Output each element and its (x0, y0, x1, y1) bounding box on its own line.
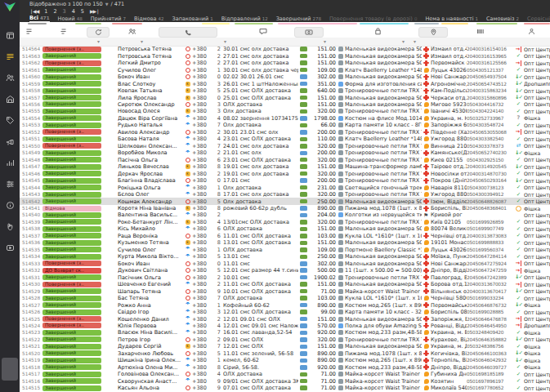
table-row[interactable]: 514562 Повернення (з.. Легкий Дмитро +38… (20, 60, 550, 66)
customer-name[interactable]: Кісь Михайло (118, 225, 183, 232)
phone-number[interactable]: +380 (192, 136, 212, 142)
tracking-number[interactable]: 20450652740230 (467, 150, 513, 155)
status-badge[interactable]: Повернення (з.. (42, 60, 101, 66)
status-badge[interactable]: Повернення (з.. (42, 316, 101, 322)
customer-name[interactable]: Авилов Александр (118, 129, 183, 136)
page-button-1[interactable]: 1 (44, 8, 47, 15)
filter-caret-icon[interactable] (97, 38, 100, 44)
order-note[interactable]: 10.01 смс ОЛХ доставка (223, 288, 298, 295)
status-badge[interactable]: Завершений (42, 350, 101, 356)
delivery-status-icon[interactable] (516, 268, 521, 274)
table-row[interactable]: 514533 Повернення (з.. Бокоч Иван +380 0… (20, 261, 550, 267)
delivery-status-icon[interactable] (516, 323, 521, 328)
product-cell[interactable]: Маленькая видеокамера SQ8 *... (338, 261, 422, 267)
delivery-city[interactable]: Тернопіль, Відд... (431, 357, 467, 363)
delivery-status-icon[interactable] (516, 226, 521, 232)
product-cell[interactable]: Тренировочные петли TRX Train... (338, 143, 422, 149)
customer-name[interactable]: Благінна Владіслава (118, 177, 183, 184)
table-row[interactable]: 514551 Завершений Басова Наталя +380 4 2… (20, 136, 550, 142)
tracking-column-icon[interactable] (474, 27, 487, 36)
customer-name[interactable]: Дукович Світлана (118, 267, 183, 274)
sidebar-item-price-tags[interactable] (0, 109, 20, 131)
delivery-city[interactable]: Курахове, Відді... (431, 336, 467, 343)
delivery-status-icon[interactable] (515, 350, 522, 356)
table-row[interactable]: 514537 Завершений Раца Вероніка +380 6 1… (20, 233, 550, 239)
delivery-status-icon[interactable] (516, 240, 521, 246)
tracking-number[interactable]: 20400316125566 (467, 60, 513, 65)
status-badge[interactable]: Завершений (42, 157, 101, 163)
product-cell[interactable]: Маленькая видеокамера SQ8 *... (338, 53, 422, 60)
customer-name[interactable]: Рудько Наталья (118, 122, 183, 128)
table-row[interactable]: 514563 Завершений Петровська Тетяна +380… (20, 52, 550, 59)
customer-name[interactable]: Валентина Васильє... (118, 212, 183, 218)
order-note[interactable]: 23.01 смс ОЛХ доставка (223, 136, 298, 142)
status-badge[interactable]: Завершений (42, 164, 101, 170)
order-note[interactable]: Олх доставка (223, 185, 298, 191)
tracking-number[interactable]: 20450646039727 (467, 365, 513, 370)
order-note[interactable]: 11.01 смс зелений, 56-58 (223, 350, 298, 357)
product-cell[interactable]: Тренировочные петли TRX Train... (338, 191, 422, 198)
tracking-number[interactable]: 20400315863234 (467, 88, 513, 93)
refresh-icon[interactable] (87, 27, 110, 38)
delivery-status-icon[interactable] (516, 47, 521, 52)
customer-name[interactable]: Шелковин Олексан... (118, 143, 183, 149)
tracking-number[interactable]: 20450647284114 (467, 254, 513, 259)
tracking-number[interactable]: 20400316154016 (467, 47, 513, 51)
tracking-number[interactable]: 0504303382540 (467, 136, 513, 141)
phone-number[interactable]: +380 (192, 149, 212, 156)
table-row[interactable]: 514529 Завершений Шапарь Тетяна +380 9 1… (20, 287, 550, 294)
delivery-city[interactable]: Ужгород 88015 (431, 136, 467, 142)
delivery-status-icon[interactable] (516, 198, 521, 204)
delivery-city[interactable]: Агрономічне, Ві... (431, 81, 467, 87)
tracking-number[interactable]: 0503252733967 (467, 116, 513, 121)
location-column-icon[interactable] (418, 27, 448, 38)
customer-name[interactable]: Юлія Первова (118, 323, 183, 329)
order-id[interactable]: 514553 (20, 122, 42, 127)
customer-name[interactable]: Деркач Ярослав (118, 171, 183, 177)
status-badge[interactable]: Завершений (42, 358, 101, 363)
product-cell[interactable]: Костюм мод.233 разм,48-58 (1... (338, 329, 422, 336)
order-note[interactable]: 09.01 смс ОЛХ (223, 336, 298, 343)
product-cell[interactable]: Маленькая видеокамера SQ8 *... (338, 46, 422, 52)
tracking-number[interactable]: 20400315860896 (467, 96, 513, 100)
status-tab[interactable]: Відправлений12 (221, 16, 268, 22)
delivery-status-icon[interactable] (516, 247, 521, 252)
order-note[interactable]: 07.01 смс ОЛХ доставка (223, 385, 298, 391)
order-note[interactable]: кемел, 60-62 (223, 357, 298, 363)
status-badge[interactable]: Завершений (42, 88, 101, 94)
order-note[interactable]: 16.01 смс лаванда,52-54 (223, 329, 298, 336)
status-badge[interactable]: Завершений (42, 302, 101, 308)
delivery-city[interactable]: Первомайськ(... (431, 302, 467, 309)
status-badge[interactable]: Завершений (42, 122, 101, 128)
product-cell[interactable]: Костюм на флисе Мод.1014 (1ш... (338, 115, 422, 122)
product-cell[interactable]: 11 (1шт. х 500.00 = 500.00)~ (338, 267, 422, 274)
order-id[interactable]: 514539 (20, 220, 42, 225)
sidebar-item-customers[interactable] (0, 67, 20, 88)
order-note[interactable]: 11.01 смс ОЛХ доставка (223, 233, 298, 239)
order-note[interactable]: Олх доставка (223, 108, 298, 114)
tracking-number[interactable]: 0503248409420 (467, 330, 513, 335)
status-badge[interactable]: Завершений (42, 53, 101, 59)
order-id[interactable]: 514554 (20, 116, 42, 121)
product-cell[interactable]: Портмоне Baellery Classic *1966... (338, 247, 422, 253)
order-id[interactable]: 514523 (20, 330, 42, 335)
order-id[interactable]: 514533 (20, 261, 42, 266)
order-id[interactable]: 514536 (20, 240, 42, 245)
delivery-status-icon[interactable] (516, 219, 521, 225)
sidebar-bottom-panel[interactable] (2, 358, 18, 381)
status-badge[interactable]: Завершений (42, 364, 101, 370)
sidebar-item-marketing[interactable] (0, 131, 20, 152)
product-cell[interactable]: Маленькая видеокамера SQ8 *... (338, 343, 422, 350)
tracking-number[interactable]: 0501699033234 (467, 296, 513, 301)
phone-number[interactable]: +380 (192, 364, 212, 371)
phone-number[interactable]: +380 (192, 281, 212, 287)
status-badge[interactable]: Завершений (42, 219, 101, 225)
delivery-status-icon[interactable] (517, 115, 521, 121)
delivery-status-icon[interactable] (516, 344, 521, 350)
table-row[interactable]: 514544 Завершений Рокіцька Ольга +380 1 … (20, 184, 550, 190)
order-note[interactable]: 30.01 23.01 смс олх (223, 129, 298, 136)
table-row[interactable]: 514564 Повернення (з.. Петровська Тетяна… (20, 46, 550, 52)
phone-number[interactable]: +380 (192, 247, 212, 253)
status-badge[interactable]: Завершений (42, 254, 101, 260)
customer-name[interactable]: Петровська Тетяна (118, 53, 183, 60)
